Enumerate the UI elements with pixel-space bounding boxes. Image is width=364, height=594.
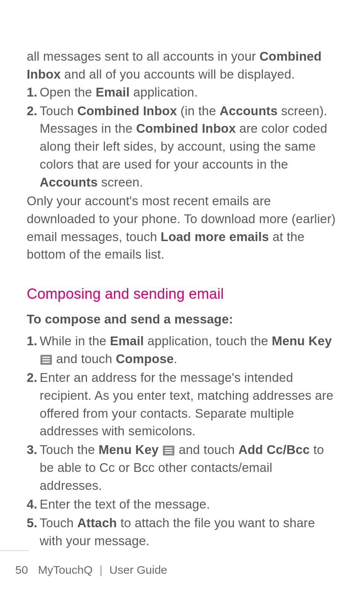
text: and touch xyxy=(53,352,116,366)
product-name: MyTouchQ xyxy=(38,563,92,576)
bold-text: Combined Inbox xyxy=(77,104,177,118)
list-number: 2. xyxy=(27,369,37,387)
bold-text: Compose xyxy=(116,352,174,366)
menu-icon xyxy=(163,446,174,456)
section-heading: Composing and sending email xyxy=(27,286,337,302)
list-item: 1. Open the Email application. xyxy=(27,84,337,101)
list-item: 5.Touch Attach to attach the file you wa… xyxy=(27,514,337,550)
text: application, touch the xyxy=(144,334,272,348)
bold-text: Load more emails xyxy=(161,230,269,244)
bold-text: Combined Inbox xyxy=(136,121,236,135)
text: . xyxy=(174,352,177,366)
list-item: 3.Touch the Menu Key and touch Add Cc/Bc… xyxy=(27,441,337,495)
bold-text: Accounts xyxy=(40,175,98,189)
text: Open the xyxy=(40,85,96,99)
text: screen. xyxy=(98,175,143,189)
text: all messages sent to all accounts in you… xyxy=(27,49,259,63)
text: application. xyxy=(130,85,198,99)
text: Enter an address for the message's inten… xyxy=(40,370,333,438)
page-content: all messages sent to all accounts in you… xyxy=(0,0,364,550)
bold-text: Email xyxy=(110,334,144,348)
steps-list-1: 1. Open the Email application.2.Touch Co… xyxy=(27,84,337,192)
list-number: 4. xyxy=(27,496,37,514)
list-item: 2.Touch Combined Inbox (in the Accounts … xyxy=(27,102,337,192)
page-footer: 50 MyTouchQ | User Guide xyxy=(0,563,364,576)
list-number: 3. xyxy=(27,441,37,459)
text: Touch xyxy=(40,104,77,118)
list-item: 1. While in the Email application, touch… xyxy=(27,332,337,368)
bold-text: Menu Key xyxy=(272,334,332,348)
text: Touch the xyxy=(40,443,98,457)
bold-text: Add Cc/Bcc xyxy=(238,443,310,457)
list-number: 5. xyxy=(27,514,37,532)
text: Touch xyxy=(40,516,77,530)
steps-list-2: 1. While in the Email application, touch… xyxy=(27,332,337,550)
bold-text: Menu Key xyxy=(98,443,158,457)
bold-text: Attach xyxy=(77,516,117,530)
intro-paragraph: all messages sent to all accounts in you… xyxy=(27,48,337,84)
text: While in the xyxy=(40,334,110,348)
footer-rule xyxy=(0,551,28,551)
footer-divider: | xyxy=(100,563,103,576)
footer-line: 50 MyTouchQ | User Guide xyxy=(15,563,337,576)
list-item: 4.Enter the text of the message. xyxy=(27,496,337,514)
list-number: 1. xyxy=(27,332,37,350)
doc-title: User Guide xyxy=(110,563,168,576)
menu-icon xyxy=(40,355,52,365)
bold-text: Email xyxy=(96,85,130,99)
list-number: 2. xyxy=(27,102,37,120)
page-number: 50 xyxy=(15,563,28,576)
text: Enter the text of the message. xyxy=(40,497,210,511)
text: and touch xyxy=(175,443,238,457)
bold-text: Accounts xyxy=(220,104,278,118)
text: and all of you accounts will be displaye… xyxy=(61,67,295,81)
sub-heading: To compose and send a message: xyxy=(27,311,337,328)
list-number: 1. xyxy=(27,84,37,101)
list-item: 2.Enter an address for the message's int… xyxy=(27,369,337,440)
note-paragraph: Only your account's most recent emails a… xyxy=(27,192,337,264)
text xyxy=(159,443,162,457)
text: (in the xyxy=(177,104,220,118)
